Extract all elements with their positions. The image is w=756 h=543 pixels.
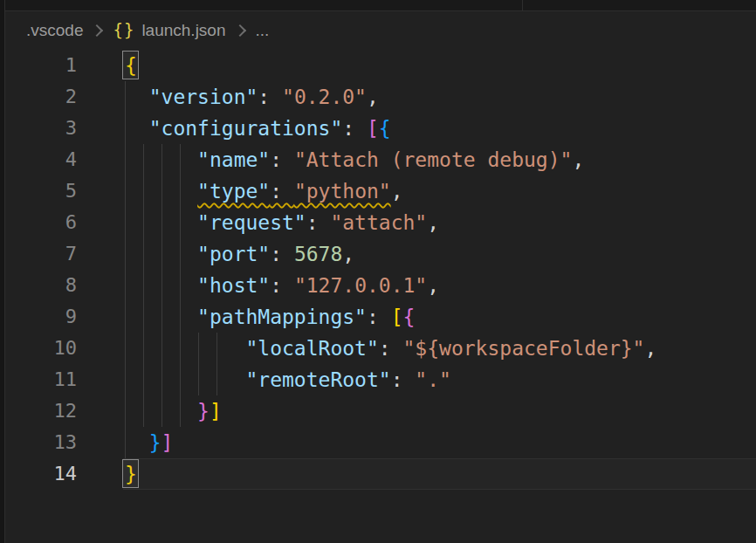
line-number[interactable]: 8 (5, 270, 77, 301)
code-token: : (367, 306, 391, 328)
indent-guide (143, 144, 144, 175)
line-number[interactable]: 12 (5, 395, 77, 427)
indent-guide (162, 207, 162, 238)
code-token: [ (367, 117, 379, 140)
indent-guide (180, 301, 181, 333)
line-number[interactable]: 1 (5, 50, 77, 81)
bracket-match-token: { (125, 54, 137, 77)
tab-bar (5, 0, 756, 11)
breadcrumb-item[interactable]: {}launch.json (113, 20, 225, 40)
code-token: { (403, 306, 416, 328)
indent-guide (125, 301, 126, 333)
code-text[interactable]: "remoteRoot": "." (77, 364, 756, 395)
code-text[interactable]: "port": 5678, (77, 238, 756, 270)
code-line: 12 }] (5, 395, 756, 427)
code-token: , (427, 211, 439, 234)
line-number[interactable]: 3 (5, 113, 77, 144)
code-lines: 1{2 "version": "0.2.0",3 "configurations… (5, 50, 756, 490)
breadcrumb-item[interactable]: .vscode (26, 21, 83, 40)
code-text[interactable]: } (77, 458, 756, 490)
line-number[interactable]: 7 (5, 238, 77, 270)
code-line: 8 "host": "127.0.0.1", (5, 270, 756, 301)
code-token: "0.2.0" (282, 86, 367, 108)
indent-guide (143, 238, 144, 270)
code-text[interactable]: "localRoot": "${workspaceFolder}", (77, 333, 756, 364)
code-token: , (427, 274, 439, 297)
indent-guide (143, 364, 144, 395)
line-number[interactable]: 5 (5, 175, 77, 207)
code-token: "host" (197, 274, 270, 297)
line-number[interactable]: 4 (5, 144, 77, 175)
indent-guide (162, 270, 162, 301)
code-token: : (379, 337, 403, 360)
indent-guide (180, 175, 181, 207)
indent-guide (162, 144, 162, 175)
code-text[interactable]: "name": "Attach (remote debug)", (77, 144, 756, 175)
code-text[interactable]: "version": "0.2.0", (77, 81, 756, 113)
code-text[interactable]: "pathMappings": [{ (77, 301, 756, 333)
bracket-match-token: } (125, 463, 137, 485)
indent-guide (125, 175, 126, 207)
indent-guide (125, 427, 126, 458)
code-token: , (342, 243, 354, 265)
line-number[interactable]: 10 (5, 333, 77, 364)
indent-guide (162, 175, 162, 207)
code-token: "Attach (remote debug)" (294, 148, 573, 171)
code-token: "request" (197, 211, 306, 234)
code-text[interactable]: "configurations": [{ (77, 113, 756, 144)
code-token: , (391, 180, 403, 203)
editor[interactable]: 1{2 "version": "0.2.0",3 "configurations… (5, 50, 756, 543)
code-token: , (572, 148, 584, 171)
indent-guide (180, 270, 181, 301)
indent-guide (198, 364, 199, 395)
indent-guide (125, 270, 126, 301)
code-text[interactable]: }] (77, 395, 756, 427)
code-line: 9 "pathMappings": [{ (5, 301, 756, 333)
indent-guide (162, 333, 162, 364)
code-text[interactable]: { (77, 50, 756, 81)
indent-guide (216, 333, 217, 364)
code-token: } (149, 431, 162, 454)
line-number[interactable]: 14 (5, 458, 77, 490)
json-braces-icon: {} (113, 20, 134, 39)
indent-guide (125, 144, 126, 175)
line-number[interactable]: 6 (5, 207, 77, 238)
code-line: 2 "version": "0.2.0", (5, 81, 756, 113)
indent-guide (180, 238, 181, 270)
code-token (125, 431, 149, 454)
code-text[interactable]: "type": "python", (77, 175, 756, 207)
code-token: } (197, 400, 210, 423)
code-line: 4 "name": "Attach (remote debug)", (5, 144, 756, 175)
code-token: : (270, 180, 294, 203)
code-token: "." (415, 368, 451, 391)
code-token: "port" (197, 243, 270, 265)
indent-guide (143, 395, 144, 427)
indent-guide (125, 81, 126, 113)
code-token: ] (210, 400, 222, 423)
breadcrumb-item-label: .vscode (26, 21, 83, 39)
indent-guide (180, 333, 181, 364)
tab-divider (522, 0, 523, 10)
indent-guide (125, 333, 126, 364)
code-token (125, 86, 149, 108)
indent-guide (180, 364, 181, 395)
line-number[interactable]: 13 (5, 427, 77, 458)
code-text[interactable]: }] (77, 427, 756, 458)
code-token: , (644, 337, 656, 360)
indent-guide (216, 364, 217, 395)
line-number[interactable]: 11 (5, 364, 77, 395)
code-token: "python" (294, 180, 391, 203)
code-token: "remoteRoot" (245, 368, 390, 391)
code-text[interactable]: "request": "attach", (77, 207, 756, 238)
code-text[interactable]: "host": "127.0.0.1", (77, 270, 756, 301)
code-line: 1{ (5, 50, 756, 81)
line-number[interactable]: 9 (5, 301, 77, 333)
code-token: : (258, 86, 282, 108)
breadcrumb-item[interactable]: ... (256, 21, 270, 40)
code-token: "${workspaceFolder}" (403, 337, 645, 360)
indent-guide (162, 301, 162, 333)
indent-guide (180, 207, 181, 238)
line-number[interactable]: 2 (5, 81, 77, 113)
code-token: 5678 (294, 243, 342, 265)
breadcrumb: .vscode{}launch.json... (5, 11, 756, 49)
